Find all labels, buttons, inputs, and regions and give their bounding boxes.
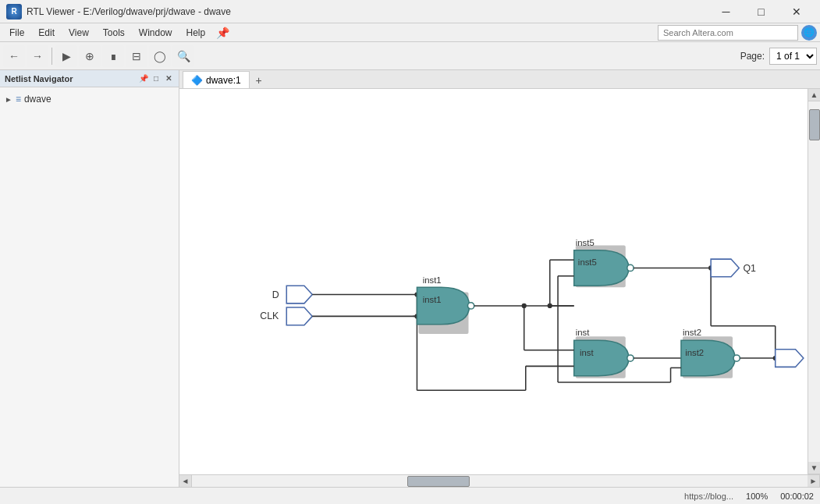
scroll-right-button[interactable]: ► (808, 475, 820, 488)
tb-fit-button[interactable]: ⊟ (126, 45, 147, 67)
menu-help[interactable]: Help (180, 24, 212, 41)
toolbar: ← → ▶ ⊕ ∎ ⊟ ◯ 🔍 Page: 1 of 1 (0, 42, 820, 70)
gate-label-inst2: inst2 (685, 348, 704, 357)
pin-icon[interactable]: 📌 (216, 27, 229, 39)
gate-inst (574, 340, 629, 375)
title-bar: R RTL Viewer - E:/Verilog/dwave/prj/dwav… (0, 0, 820, 23)
main-area: Netlist Navigator 📌 □ ✕ ► ≡ dwave 🔷 dwav… (0, 70, 820, 487)
svg-point-20 (627, 264, 634, 271)
minimize-button[interactable]: ─ (708, 0, 744, 23)
canvas-area: 🔷 dwave:1 + (179, 70, 820, 487)
sidebar-header-controls: 📌 □ ✕ (138, 73, 174, 84)
scroll-thumb-right[interactable] (809, 109, 820, 140)
sidebar-pin-button[interactable]: 📌 (138, 73, 149, 84)
search-globe-icon[interactable]: 🌐 (801, 25, 817, 41)
menu-bar: File Edit View Tools Window Help 📌 🌐 (0, 23, 820, 42)
window-title: RTL Viewer - E:/Verilog/dwave/prj/dwave … (27, 6, 708, 17)
status-bar: https://blog... 100% 00:00:02 (0, 487, 820, 504)
tb-select-button[interactable]: ▶ (55, 45, 77, 67)
input-buf-D (286, 286, 312, 303)
gate-name-label-inst5: inst5 (576, 238, 595, 247)
menu-view[interactable]: View (62, 24, 95, 41)
sidebar-content: ► ≡ dwave (0, 87, 179, 487)
gate-inst1 (417, 287, 469, 324)
scroll-up-button[interactable]: ▲ (808, 89, 821, 101)
svg-point-10 (467, 303, 474, 309)
port-label-CLK: CLK (260, 311, 279, 322)
tree-item-label: dwave (24, 94, 51, 105)
canvas-with-scroll: D CLK inst1 (179, 89, 820, 474)
tb-zoom-rect-button[interactable]: ∎ (102, 45, 124, 67)
gate-name-label-inst: inst (576, 328, 591, 337)
svg-point-28 (627, 355, 634, 361)
menu-edit[interactable]: Edit (32, 24, 61, 41)
tb-reset-button[interactable]: ◯ (149, 45, 171, 67)
status-right: https://blog... 100% 00:00:02 (684, 492, 814, 501)
add-tab-button[interactable]: + (251, 73, 267, 88)
close-button[interactable]: ✕ (779, 0, 814, 23)
tb-forward-button[interactable]: → (27, 45, 48, 67)
gate-name-label-inst2: inst2 (683, 328, 701, 337)
window-controls: ─ □ ✕ (708, 0, 814, 23)
sidebar-title: Netlist Navigator (5, 74, 73, 83)
status-url: https://blog... (684, 492, 733, 501)
toolbar-separator-1 (51, 48, 52, 65)
port-label-D: D (272, 289, 279, 300)
canvas-tab-dwave[interactable]: 🔷 dwave:1 (183, 71, 250, 88)
diagram-canvas[interactable]: D CLK inst1 (179, 89, 808, 474)
tree-node-icon: ≡ (16, 94, 21, 105)
canvas-tab-bar: 🔷 dwave:1 + (179, 70, 820, 89)
page-info: Page: 1 of 1 (740, 48, 817, 65)
status-time: 00:00:02 (780, 492, 814, 501)
scroll-track-bottom[interactable] (192, 475, 808, 488)
tree-arrow-icon: ► (5, 95, 12, 104)
tree-item-dwave[interactable]: ► ≡ dwave (3, 91, 176, 108)
sidebar-close-button[interactable]: ✕ (163, 73, 174, 84)
gate-label-inst: inst (580, 348, 595, 357)
sidebar-float-button[interactable]: □ (151, 73, 162, 84)
sidebar: Netlist Navigator 📌 □ ✕ ► ≡ dwave (0, 70, 179, 487)
gate-label-inst5: inst5 (578, 257, 597, 267)
search-area: 🌐 (658, 25, 817, 41)
page-label: Page: (740, 51, 765, 62)
scroll-track-right[interactable] (808, 101, 821, 462)
canvas-tab-icon: 🔷 (191, 75, 203, 86)
scroll-right: ▲ ▼ (808, 89, 820, 474)
app-icon: R (6, 4, 22, 20)
scroll-thumb-bottom[interactable] (407, 476, 470, 487)
svg-point-34 (733, 355, 740, 361)
gate-inst5 (574, 250, 629, 286)
menu-tools[interactable]: Tools (97, 24, 131, 41)
rtl-diagram-svg: D CLK inst1 (179, 89, 808, 474)
canvas-tab-label: dwave:1 (206, 75, 241, 86)
search-input[interactable] (658, 25, 798, 41)
output-buf-Q (776, 350, 804, 367)
scroll-bottom: ◄ ► (179, 474, 820, 487)
maximize-button[interactable]: □ (744, 0, 779, 23)
gate-inst2 (681, 340, 735, 375)
input-buf-CLK (286, 307, 312, 325)
tb-back-button[interactable]: ← (3, 45, 25, 67)
menu-file[interactable]: File (3, 24, 30, 41)
output-buf-Q1 (711, 259, 739, 277)
svg-point-13 (522, 303, 527, 308)
port-label-Q1: Q1 (743, 263, 756, 274)
tb-zoom-in-button[interactable]: ⊕ (79, 45, 101, 67)
status-zoom: 100% (746, 492, 768, 501)
gate-label-inst1: inst1 (423, 295, 442, 304)
scroll-left-button[interactable]: ◄ (179, 475, 192, 488)
scroll-down-button[interactable]: ▼ (808, 462, 821, 474)
tb-search-button[interactable]: 🔍 (172, 45, 194, 67)
sidebar-header: Netlist Navigator 📌 □ ✕ (0, 70, 179, 87)
menu-window[interactable]: Window (133, 24, 179, 41)
page-select[interactable]: 1 of 1 (769, 48, 817, 65)
gate-name-label-inst1: inst1 (423, 275, 442, 285)
